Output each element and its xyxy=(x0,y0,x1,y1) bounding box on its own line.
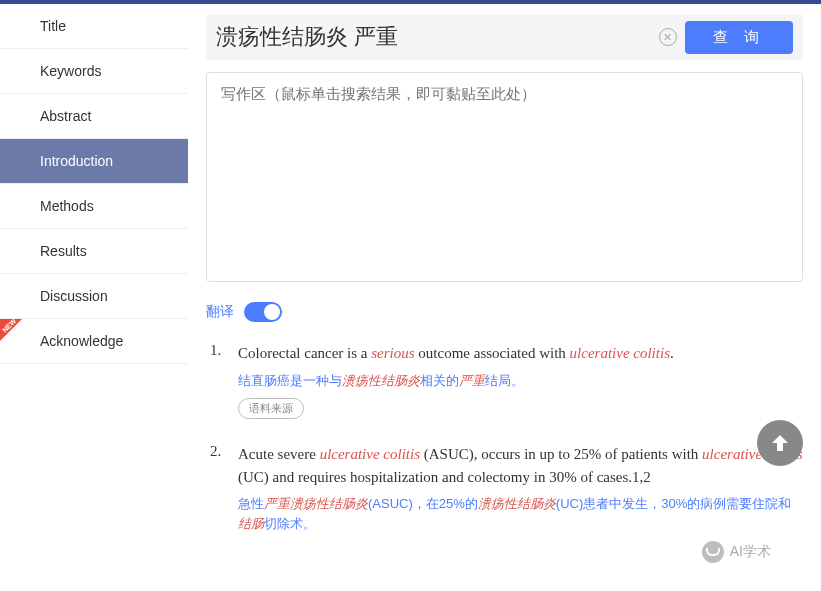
highlight: ulcerative colitis xyxy=(320,446,420,462)
result-body: Colorectal cancer is a serious outcome a… xyxy=(238,342,803,419)
scroll-top-button[interactable] xyxy=(757,420,803,466)
highlight: ulcerative colitis xyxy=(570,345,670,361)
result-chinese: 急性严重溃疡性结肠炎(ASUC)，在25%的溃疡性结肠炎(UC)患者中发生，30… xyxy=(238,494,803,533)
sidebar-item-introduction[interactable]: Introduction xyxy=(0,139,188,184)
writing-area[interactable] xyxy=(206,72,803,282)
result-number: 2. xyxy=(210,443,228,541)
highlight: 溃疡性结肠炎 xyxy=(478,496,556,511)
arrow-up-icon xyxy=(768,431,792,455)
search-row: ✕ 查 询 xyxy=(206,14,803,60)
highlight: 结肠 xyxy=(238,516,264,531)
result-item[interactable]: 2. Acute severe ulcerative colitis (ASUC… xyxy=(210,443,803,541)
results-list: 1. Colorectal cancer is a serious outcom… xyxy=(206,342,803,541)
sidebar-item-results[interactable]: Results xyxy=(0,229,188,274)
highlight: 溃疡性结肠炎 xyxy=(342,373,420,388)
result-english: Colorectal cancer is a serious outcome a… xyxy=(238,342,803,365)
highlight: 严重 xyxy=(459,373,485,388)
highlight: serious xyxy=(371,345,414,361)
translate-toggle[interactable] xyxy=(244,302,282,322)
search-input[interactable] xyxy=(216,20,651,54)
sidebar: Title Keywords Abstract Introduction Met… xyxy=(0,4,188,591)
sidebar-item-discussion[interactable]: Discussion xyxy=(0,274,188,319)
sidebar-item-methods[interactable]: Methods xyxy=(0,184,188,229)
sidebar-item-title[interactable]: Title xyxy=(0,4,188,49)
result-item[interactable]: 1. Colorectal cancer is a serious outcom… xyxy=(210,342,803,419)
query-button[interactable]: 查 询 xyxy=(685,21,793,54)
sidebar-item-abstract[interactable]: Abstract xyxy=(0,94,188,139)
translate-row: 翻译 xyxy=(206,302,803,322)
main-panel: ✕ 查 询 翻译 1. Colorectal cancer is a serio… xyxy=(188,4,821,591)
highlight: 严重溃疡性结肠炎 xyxy=(264,496,368,511)
sidebar-item-keywords[interactable]: Keywords xyxy=(0,49,188,94)
result-number: 1. xyxy=(210,342,228,419)
translate-label: 翻译 xyxy=(206,303,234,321)
container: Title Keywords Abstract Introduction Met… xyxy=(0,4,821,591)
result-chinese: 结直肠癌是一种与溃疡性结肠炎相关的严重结局。 xyxy=(238,371,803,391)
sidebar-item-acknowledge[interactable]: Acknowledge xyxy=(0,319,188,364)
result-body: Acute severe ulcerative colitis (ASUC), … xyxy=(238,443,803,541)
source-button[interactable]: 语料来源 xyxy=(238,398,304,419)
clear-icon[interactable]: ✕ xyxy=(659,28,677,46)
result-english: Acute severe ulcerative colitis (ASUC), … xyxy=(238,443,803,488)
